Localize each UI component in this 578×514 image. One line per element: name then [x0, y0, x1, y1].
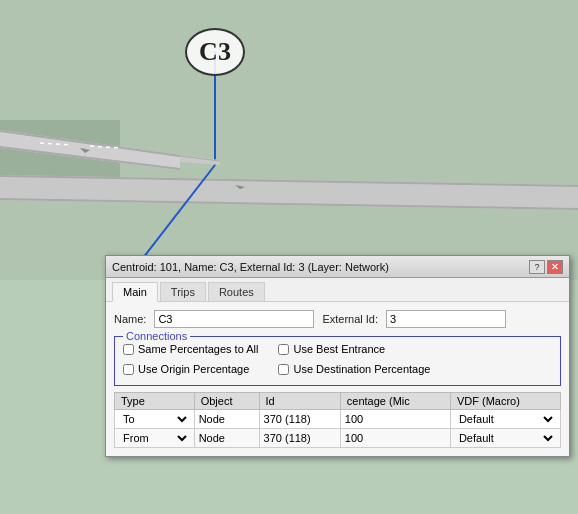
tab-bar: Main Trips Routes [106, 278, 569, 302]
name-label: Name: [114, 313, 146, 325]
type-select-2[interactable]: From To [119, 431, 190, 445]
svg-marker-10 [80, 148, 90, 153]
checkbox-best-entrance: Use Best Entrance [278, 343, 430, 355]
col-centage: centage (Mic [340, 393, 450, 410]
checkbox-columns: Same Percentages to All Use Origin Perce… [123, 343, 552, 379]
svg-marker-2 [0, 130, 180, 170]
table-row: To From Node 370 (118) 100 Default [115, 410, 561, 429]
dest-pct-checkbox[interactable] [278, 364, 289, 375]
best-entrance-label: Use Best Entrance [293, 343, 385, 355]
table-header-row: Type Object Id centage (Mic VDF (Macro) [115, 393, 561, 410]
same-pct-label: Same Percentages to All [138, 343, 258, 355]
svg-rect-0 [0, 0, 578, 280]
table-row: From To Node 370 (118) 100 Default [115, 429, 561, 448]
type-cell-2[interactable]: From To [115, 429, 195, 448]
vdf-cell-1[interactable]: Default [450, 410, 560, 429]
col-vdf: VDF (Macro) [450, 393, 560, 410]
svg-line-9 [90, 146, 120, 148]
checkbox-origin-pct: Use Origin Percentage [123, 363, 258, 375]
svg-marker-14 [180, 155, 220, 165]
vdf-cell-2[interactable]: Default [450, 429, 560, 448]
same-pct-checkbox[interactable] [123, 344, 134, 355]
dest-pct-label: Use Destination Percentage [293, 363, 430, 375]
type-select-1[interactable]: To From [119, 412, 190, 426]
svg-rect-1 [0, 120, 120, 200]
svg-marker-5 [0, 175, 578, 210]
name-input[interactable] [154, 310, 314, 328]
col-object: Object [194, 393, 259, 410]
col-type: Type [115, 393, 195, 410]
tab-main[interactable]: Main [112, 282, 158, 302]
svg-marker-3 [0, 130, 180, 157]
table-header: Type Object Id centage (Mic VDF (Macro) [115, 393, 561, 410]
origin-pct-label: Use Origin Percentage [138, 363, 249, 375]
centage-cell-1: 100 [340, 410, 450, 429]
type-cell-1[interactable]: To From [115, 410, 195, 429]
close-button[interactable]: ✕ [547, 260, 563, 274]
dialog-titlebar: Centroid: 101, Name: C3, External Id: 3 … [106, 256, 569, 278]
tab-trips[interactable]: Trips [160, 282, 206, 301]
help-button[interactable]: ? [529, 260, 545, 274]
svg-line-15 [180, 156, 220, 161]
object-cell-1: Node [194, 410, 259, 429]
col-id: Id [259, 393, 340, 410]
checkbox-col-left: Same Percentages to All Use Origin Perce… [123, 343, 258, 379]
checkbox-same-pct: Same Percentages to All [123, 343, 258, 355]
id-cell-2: 370 (118) [259, 429, 340, 448]
object-cell-2: Node [194, 429, 259, 448]
vdf-select-2[interactable]: Default [455, 431, 556, 445]
svg-line-8 [40, 143, 70, 145]
table-body: To From Node 370 (118) 100 Default [115, 410, 561, 448]
connections-table: Type Object Id centage (Mic VDF (Macro) … [114, 392, 561, 448]
dialog-window: Centroid: 101, Name: C3, External Id: 3 … [105, 255, 570, 457]
origin-pct-checkbox[interactable] [123, 364, 134, 375]
dialog-title: Centroid: 101, Name: C3, External Id: 3 … [112, 261, 389, 273]
name-row: Name: External Id: [114, 310, 561, 328]
ext-id-input[interactable] [386, 310, 506, 328]
centage-cell-2: 100 [340, 429, 450, 448]
best-entrance-checkbox[interactable] [278, 344, 289, 355]
svg-marker-4 [0, 146, 180, 170]
svg-marker-7 [0, 198, 578, 210]
checkbox-dest-pct: Use Destination Percentage [278, 363, 430, 375]
vdf-select-1[interactable]: Default [455, 412, 556, 426]
id-cell-1: 370 (118) [259, 410, 340, 429]
title-buttons: ? ✕ [529, 260, 563, 274]
tab-routes[interactable]: Routes [208, 282, 265, 301]
svg-marker-11 [235, 185, 245, 189]
svg-marker-6 [0, 175, 578, 187]
centroid-label: C3 [185, 28, 245, 76]
dialog-content: Name: External Id: Connections Same Perc… [106, 302, 569, 456]
connections-group: Connections Same Percentages to All Use … [114, 336, 561, 386]
ext-id-label: External Id: [322, 313, 378, 325]
checkbox-col-right: Use Best Entrance Use Destination Percen… [278, 343, 430, 379]
connections-legend: Connections [123, 330, 190, 342]
